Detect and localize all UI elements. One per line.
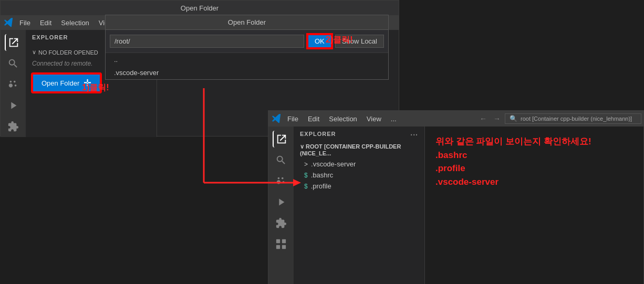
bottom-vscode-window: File Edit Selection View ... ← → 🔍 root …	[268, 110, 644, 284]
svg-rect-5	[276, 245, 280, 249]
click1-annotation: 1)클릭!	[82, 82, 109, 93]
nav-back-button[interactable]: ←	[477, 113, 489, 124]
bottom-sidebar-header: Explorer ···	[294, 127, 424, 141]
extensions-icon-bottom[interactable]	[273, 215, 289, 232]
explorer-more-button[interactable]: ···	[410, 131, 418, 139]
explorer-activity-icon-bottom[interactable]	[273, 131, 289, 148]
explorer-activity-icon[interactable]	[5, 34, 22, 51]
bottom-sidebar: Explorer ··· ∨ ROOT [CONTAINER CPP-BUILD…	[294, 127, 425, 284]
list-item[interactable]: ..	[106, 53, 388, 66]
bottom-window-body: Explorer ··· ∨ ROOT [CONTAINER CPP-BUILD…	[268, 127, 643, 284]
vscode-logo-bottom-icon	[271, 113, 282, 124]
search-bar[interactable]: 🔍 root [Container cpp-builder (nice_lehm…	[505, 113, 641, 124]
bottom-menu-selection[interactable]: Selection	[325, 114, 361, 124]
verification-annotation: 위와 같은 파일이 보이는지 확인하세요! .bashrc .profile .…	[435, 135, 633, 188]
top-title-bar: Open Folder	[1, 1, 399, 15]
file-tree-item-profile[interactable]: $ .profile	[294, 181, 424, 192]
search-icon: 🔍	[510, 115, 517, 122]
bottom-menu-edit[interactable]: Edit	[304, 114, 324, 124]
open-folder-dialog: Open Folder OK Show Local .. .vscode-ser…	[105, 15, 389, 80]
vscode-logo-icon	[3, 17, 14, 28]
list-item[interactable]: .vscode-server	[106, 66, 388, 79]
dialog-file-list: .. .vscode-server	[106, 52, 388, 79]
bottom-main-content: 위와 같은 파일이 보이는지 확인하세요! .bashrc .profile .…	[425, 127, 643, 284]
file-tree-item-bashrc[interactable]: $ .bashrc	[294, 170, 424, 181]
bottom-menu-file[interactable]: File	[283, 114, 303, 124]
remote-icon-bottom[interactable]	[273, 236, 289, 253]
click2-annotation: 2)클릭!	[326, 35, 353, 46]
source-control-activity-icon[interactable]	[5, 76, 22, 93]
search-activity-icon-bottom[interactable]	[273, 152, 289, 169]
svg-rect-3	[276, 239, 280, 243]
nav-forward-button[interactable]: →	[491, 113, 503, 124]
source-control-icon-bottom[interactable]	[273, 173, 289, 190]
root-folder-title: ∨ ROOT [CONTAINER CPP-BUILDER (NICE_LE..…	[294, 141, 424, 159]
activity-bar-bottom	[268, 127, 294, 284]
dialog-title: Open Folder	[106, 15, 388, 30]
menu-edit[interactable]: Edit	[36, 18, 56, 28]
nav-controls: ← → 🔍 root [Container cpp-builder (nice_…	[477, 113, 641, 124]
search-activity-icon[interactable]	[5, 55, 22, 72]
menu-file[interactable]: File	[15, 18, 35, 28]
top-window-title: Open Folder	[181, 4, 219, 12]
file-icon-profile: $	[304, 183, 308, 190]
file-tree-item-vscode-server[interactable]: > .vscode-server	[294, 159, 424, 170]
file-icon-bashrc: $	[304, 172, 308, 179]
menu-selection[interactable]: Selection	[57, 18, 93, 28]
svg-rect-4	[282, 239, 286, 243]
activity-bar-top	[1, 30, 26, 137]
bottom-menu-bar: File Edit Selection View ... ← → 🔍 root …	[268, 111, 643, 127]
bottom-menu-more[interactable]: ...	[387, 114, 401, 124]
folder-chevron-icon: >	[304, 161, 308, 168]
run-icon-bottom[interactable]	[273, 194, 289, 211]
run-activity-icon[interactable]	[5, 97, 22, 114]
folder-path-input[interactable]	[110, 35, 304, 48]
svg-rect-6	[282, 245, 286, 249]
extensions-activity-icon[interactable]	[5, 118, 22, 135]
bottom-menu-view[interactable]: View	[362, 114, 386, 124]
